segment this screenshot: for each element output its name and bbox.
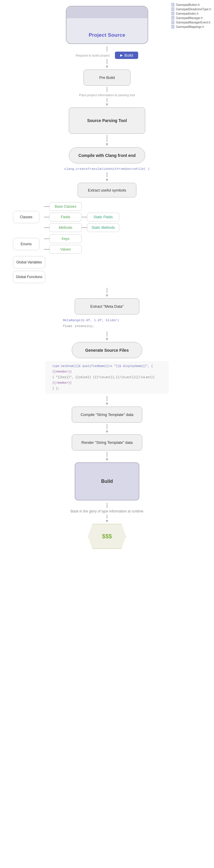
values-label: Values	[60, 247, 71, 251]
arrow-line-1	[107, 46, 107, 52]
enums-label: Enums	[21, 242, 31, 246]
arrow-line-6	[107, 172, 107, 178]
arrow-line-11	[107, 452, 107, 457]
file-list: GamepadButton.h GamepadDeadzoneType.h Ga…	[171, 3, 211, 28]
project-source-container: Project Source	[66, 6, 148, 44]
base-classes-label: Base Classes	[55, 205, 76, 209]
file-name-5: GamepadManagerEvent.h	[176, 21, 210, 24]
arrow-6: ▼	[105, 332, 109, 341]
file-name-4: GamepadManager.h	[176, 17, 203, 20]
connector-keys	[44, 239, 49, 239]
generate-source-node: Generate Source Files	[72, 342, 142, 358]
file-icon-4	[171, 16, 174, 20]
project-source-title: Project Source	[89, 32, 126, 38]
build-button[interactable]: ▶ Build	[115, 52, 138, 59]
base-classes-row: Base Classes	[44, 202, 119, 211]
file-item-1: GamepadButton.h	[171, 3, 211, 6]
compile-string-node: Compile "String Template" data	[72, 407, 142, 423]
classes-row: Classes Base Classes Fiel	[13, 202, 210, 232]
arrow-head-5: ▼	[105, 293, 109, 298]
arrow-head-8: ▼	[105, 429, 109, 434]
compile-string-label: Compile "String Template" data	[81, 412, 133, 417]
compile-clang-node: Compile with Clang front end	[69, 147, 145, 163]
step-bask: Bask in the glory of type information at…	[71, 503, 143, 523]
render-string-label: Render "String Template" data	[81, 440, 133, 445]
build-button-label: Build	[124, 53, 133, 58]
file-item-5: GamepadManagerEvent.h	[171, 21, 211, 24]
arrow-4: ▼	[105, 172, 109, 182]
keys-node: Keys	[49, 235, 82, 243]
step-request-label: Request to build project	[76, 54, 110, 57]
build-label: Build	[101, 479, 113, 484]
build-node: Build	[75, 462, 139, 500]
step-pass-label: Pass project information to parsing tool	[79, 93, 135, 97]
step-request-build: Request to build project ▶ Build ▼	[76, 46, 138, 69]
step-pass-info: Pass project information to parsing tool…	[79, 87, 135, 107]
arrow-head-7: ▼	[105, 401, 109, 406]
file-item-2: GamepadDeadzoneType.h	[171, 7, 211, 11]
methods-node: Methods	[49, 223, 82, 232]
arrow-head-3: ▼	[105, 142, 109, 147]
compile-clang-label: Compile with Clang front end	[79, 153, 135, 158]
file-icon-6	[171, 25, 174, 28]
code-gen-container: type.SetEnum({{& qualifiedName}}>x "{{& …	[45, 361, 169, 394]
money-label: $$$	[102, 533, 112, 540]
step-bask-label: Bask in the glory of type information at…	[71, 509, 143, 513]
arrow-line-13	[107, 515, 107, 519]
arrow-head-6: ▼	[105, 337, 109, 341]
arrow-line-2	[107, 59, 107, 64]
money-node: $$$	[88, 524, 126, 549]
arrow-line-10	[107, 424, 107, 429]
fields-node: Fields	[49, 213, 82, 221]
static-methods-label: Static Methods	[91, 225, 115, 230]
render-string-node: Render "String Template" data	[72, 434, 142, 451]
code-meta-2: float intensity;	[63, 323, 94, 329]
static-fields-label: Static Fields	[93, 215, 113, 219]
diagram: GamepadButton.h GamepadDeadzoneType.h Ga…	[0, 0, 214, 569]
code-gen-4: {{/member}}	[49, 380, 165, 386]
arrow-line-9	[107, 396, 107, 401]
arrow-line-3	[107, 87, 107, 92]
extract-symbols-label: Extract useful symbols	[88, 188, 126, 192]
enums-node: Enums	[13, 238, 39, 250]
build-icon: ▶	[120, 53, 123, 57]
code-gen-text-4: {{/member}}	[52, 381, 72, 384]
arrow-head-1: ▼	[105, 64, 109, 69]
file-icon-5	[171, 21, 174, 24]
code-meta-container: MetaRange(0.0f, 1.0f, Slider) float inte…	[63, 317, 151, 329]
generate-source-label: Generate Source Files	[85, 348, 129, 352]
parsing-tool-node: Source Parsing Tool	[69, 107, 145, 134]
methods-label: Methods	[59, 225, 72, 230]
code-gen-text-3: { "{{key}}", {{value}} }{{^isLast}},{{/i…	[52, 376, 155, 379]
values-row: Values	[44, 245, 82, 254]
prebuild-node: Pre Build	[83, 69, 131, 86]
classes-node: Classes	[13, 211, 39, 223]
connector-values	[44, 249, 49, 250]
base-classes-node: Base Classes	[49, 202, 82, 211]
global-funcs-row: Global Functions	[13, 271, 210, 283]
classes-subitems: Base Classes Fields Static Fields	[44, 202, 119, 232]
connector-methods	[44, 227, 49, 228]
fields-label: Fields	[61, 215, 70, 219]
file-icon-2	[171, 7, 174, 11]
code-gen-text-5: } };	[52, 387, 59, 390]
code-gen-3: { "{{key}}", {{value}} }{{^isLast}},{{/i…	[49, 375, 165, 380]
arrow-head-2: ▼	[105, 102, 109, 107]
arrow-9: ▼	[105, 452, 109, 462]
parsing-tool-label: Source Parsing Tool	[87, 118, 127, 123]
global-funcs-node: Global Functions	[13, 271, 45, 283]
file-item-6: GamepadMappings.h	[171, 25, 211, 28]
fields-row: Fields Static Fields	[44, 213, 119, 221]
arrow-line-4	[107, 98, 107, 102]
file-icon-3	[171, 12, 174, 15]
extract-symbols-node: Extract useful symbols	[78, 183, 136, 197]
enums-subitems: Keys Values	[44, 235, 82, 254]
arrow-head-4: ▼	[105, 178, 109, 182]
connector-fields	[44, 217, 49, 217]
code-gen-5: } };	[49, 386, 165, 391]
methods-row: Methods Static Methods	[44, 223, 119, 232]
arrow-head-10: ▼	[105, 519, 109, 523]
global-vars-row: Global Variables	[13, 256, 210, 269]
connector-static-methods	[82, 227, 87, 228]
arrow-8: ▼	[105, 424, 109, 434]
